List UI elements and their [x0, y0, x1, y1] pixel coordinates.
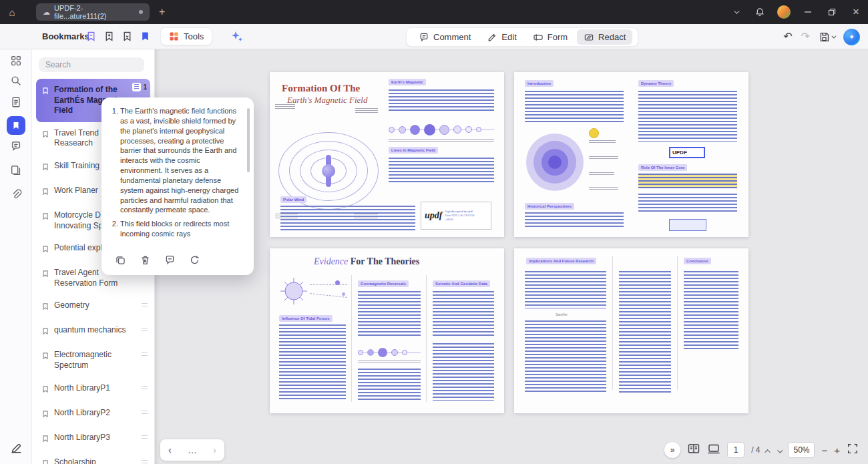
- save-icon: [819, 31, 830, 43]
- smiley-annotation-icon[interactable]: [589, 128, 599, 138]
- form-label: Form: [548, 32, 568, 42]
- new-tab-button[interactable]: +: [159, 6, 165, 18]
- redact-label: Redact: [598, 32, 626, 42]
- more-pages-button[interactable]: …: [188, 445, 197, 455]
- zoom-out-button[interactable]: −: [821, 445, 827, 456]
- prev-arrow-button[interactable]: ‹: [168, 445, 172, 455]
- redo-button[interactable]: ↷: [801, 31, 810, 42]
- ai-sparkle-icon[interactable]: [230, 29, 244, 47]
- document-canvas[interactable]: Formation Of The Earth's Magnetic Field …: [155, 49, 868, 464]
- home-icon[interactable]: ⌂: [0, 7, 24, 18]
- two-page-view-icon[interactable]: [687, 442, 700, 458]
- page4-badge-1: Implications And Future Research: [526, 258, 596, 264]
- bookmark-arrow-icon[interactable]: [122, 31, 133, 45]
- page-up-button[interactable]: [767, 444, 771, 456]
- reading-mode-icon[interactable]: [707, 442, 720, 458]
- bookmark-handle-icon[interactable]: [142, 353, 148, 356]
- earth-layers-diagram: [525, 130, 625, 199]
- page-number-input[interactable]: 1: [727, 442, 744, 458]
- page3-title-italic: Evidence: [314, 256, 348, 266]
- redact-mode-button[interactable]: Redact: [577, 29, 632, 45]
- bookmarks-panel-title: Bookmarks: [42, 24, 89, 49]
- delete-trash-icon[interactable]: [140, 254, 151, 268]
- collapse-panel-button[interactable]: »: [664, 442, 680, 458]
- save-button[interactable]: [819, 31, 835, 43]
- titlebar: ⌂ ☁ UPDF-2-file...ature111(2) + ×: [0, 0, 868, 24]
- bookmark-icon: [41, 385, 49, 393]
- bookmark-icon: [41, 352, 49, 360]
- copy-icon[interactable]: [115, 254, 126, 268]
- titlebar-chevron-down-icon[interactable]: [724, 0, 748, 24]
- toolbar: Bookmarks Tools Comment Edit Fo: [0, 24, 868, 49]
- ai-assistant-button[interactable]: ✦: [843, 29, 860, 45]
- comment-mode-button[interactable]: Comment: [412, 29, 477, 45]
- edit-pencil-icon: [487, 32, 497, 43]
- bookmark-star-icon[interactable]: [85, 31, 97, 45]
- bookmark-item[interactable]: Scholarship Application Form: [36, 451, 150, 464]
- undo-button[interactable]: ↶: [783, 31, 792, 42]
- bookmark-item[interactable]: North LibraryP1: [36, 377, 150, 402]
- bookmark-icon: [41, 87, 49, 95]
- left-icon-strip: [0, 49, 32, 464]
- sun-diagram: [279, 272, 349, 316]
- page-thumbnails-icon[interactable]: [10, 164, 22, 179]
- attachments-paperclip-icon[interactable]: [10, 188, 22, 203]
- bookmark-handle-icon[interactable]: [142, 411, 148, 414]
- comments-list-icon[interactable]: [10, 140, 22, 155]
- bookmark-item[interactable]: quantum mechanics: [36, 319, 150, 344]
- bookmark-icon: [41, 435, 49, 443]
- close-button[interactable]: ×: [844, 0, 868, 24]
- page1-badge-2: Lines In Magnetic Field: [389, 147, 438, 154]
- comment-minus-icon[interactable]: [164, 254, 176, 268]
- bookmark-add-icon[interactable]: [103, 31, 115, 45]
- page4-badge-2: Conclusion: [684, 258, 711, 264]
- form-field-icon: [533, 32, 544, 43]
- bookmark-item[interactable]: North LibraryP2: [36, 402, 150, 427]
- bookmark-handle-icon[interactable]: [142, 386, 148, 389]
- refresh-icon[interactable]: [189, 254, 200, 268]
- search-input[interactable]: [39, 57, 144, 72]
- empty-form-field[interactable]: [669, 219, 706, 231]
- bookmark-page-badge: 1: [132, 83, 147, 91]
- bookmark-handle-icon[interactable]: [142, 303, 148, 306]
- redact-icon: [584, 32, 594, 43]
- outline-document-icon[interactable]: [10, 96, 22, 111]
- next-arrow-button[interactable]: ›: [213, 445, 216, 455]
- tools-grid-icon: [169, 31, 179, 41]
- bookmark-pin-icon[interactable]: [140, 31, 151, 45]
- page1-badge-1: Earth's Magnetic: [389, 79, 426, 85]
- document-tab[interactable]: ☁ UPDF-2-file...ature111(2): [36, 3, 150, 21]
- minimize-button[interactable]: [796, 0, 820, 24]
- bookmark-handle-icon[interactable]: [142, 328, 148, 331]
- restore-button[interactable]: [820, 0, 844, 24]
- signature-pen-icon[interactable]: [10, 442, 23, 457]
- zoom-in-button[interactable]: +: [834, 445, 840, 456]
- fit-screen-icon[interactable]: [847, 443, 859, 457]
- page-down-button[interactable]: [777, 444, 781, 456]
- popup-scrollbar[interactable]: [247, 108, 250, 172]
- zoom-level-button[interactable]: 50%: [788, 442, 815, 458]
- pdf-page-3[interactable]: Evidence For The Theories Geomagnetic Re…: [270, 248, 504, 413]
- apps-grid-icon[interactable]: [10, 55, 22, 69]
- bookmarks-tab-active[interactable]: [7, 116, 25, 135]
- bookmark-handle-icon[interactable]: [142, 435, 148, 439]
- bookmark-item[interactable]: North LibraryP3: [36, 427, 150, 451]
- search-icon[interactable]: [10, 75, 22, 89]
- page2-badge-3: Role Of The Inner Core: [638, 164, 687, 171]
- bookmark-item[interactable]: Geometry: [36, 294, 150, 319]
- note-item: The Earth's magnetic field functions as …: [120, 106, 240, 215]
- tools-button[interactable]: Tools: [160, 27, 212, 45]
- updf-text-form-field[interactable]: UPDF: [669, 147, 705, 158]
- pdf-page-2[interactable]: Introduction Historical Perspectives Dyn…: [514, 72, 748, 237]
- notifications-bell-icon[interactable]: [748, 0, 772, 24]
- pdf-page-4[interactable]: Implications And Future Research Satelli…: [514, 248, 748, 413]
- pdf-page-1[interactable]: Formation Of The Earth's Magnetic Field …: [270, 72, 504, 237]
- page2-badge-4: Historical Perspectives: [525, 203, 574, 210]
- bookmark-item[interactable]: Electromagnetic Spectrum: [36, 344, 150, 377]
- bookmark-handle-icon[interactable]: [142, 460, 148, 463]
- form-mode-button[interactable]: Form: [526, 29, 574, 45]
- user-avatar[interactable]: [772, 0, 796, 24]
- bookmark-icon: [41, 212, 49, 220]
- digital-signature-field[interactable]: updf Digitally signed by updf Date:2025.…: [421, 202, 491, 230]
- edit-mode-button[interactable]: Edit: [480, 29, 523, 45]
